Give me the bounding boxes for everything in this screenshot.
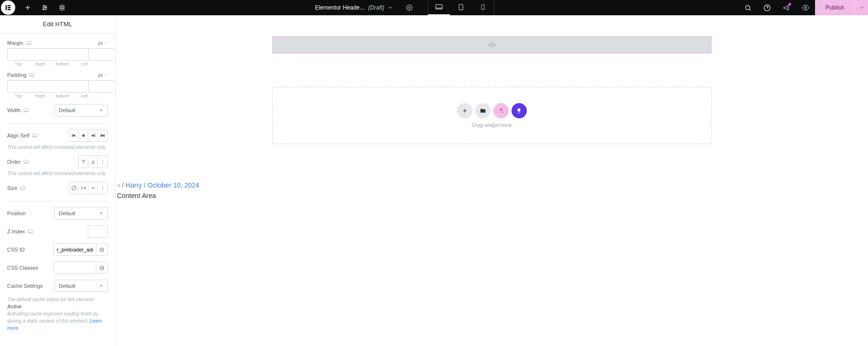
tablet-device-button[interactable] [450, 0, 472, 15]
padding-label: Padding [7, 72, 26, 78]
align-center-button[interactable] [79, 130, 88, 141]
post-date-link[interactable]: October 10, 2024 [147, 181, 199, 189]
svg-point-9 [45, 7, 46, 8]
padding-unit-select[interactable]: px [98, 73, 108, 78]
svg-point-59 [102, 186, 103, 187]
cache-settings-label: Cache Settings [7, 283, 43, 289]
padding-top-input[interactable] [7, 80, 88, 93]
align-self-label: Align Self [7, 133, 29, 138]
size-more-button[interactable] [98, 182, 107, 194]
size-shrink-button[interactable] [88, 182, 98, 194]
svg-rect-1 [8, 5, 10, 6]
size-none-button[interactable] [69, 182, 79, 194]
help-button[interactable] [758, 0, 777, 15]
svg-rect-63 [28, 230, 32, 232]
document-settings-button[interactable] [401, 0, 418, 15]
svg-point-19 [746, 5, 750, 10]
align-stretch-button[interactable] [98, 130, 107, 141]
svg-point-23 [805, 7, 806, 9]
svg-rect-34 [73, 135, 75, 136]
publish-button[interactable]: Publish [815, 0, 855, 15]
position-select[interactable]: Default [54, 207, 108, 220]
css-id-dynamic-button[interactable] [96, 243, 108, 256]
order-more-button[interactable] [98, 156, 107, 168]
desktop-device-button[interactable] [428, 0, 450, 15]
finder-button[interactable] [739, 0, 758, 15]
width-select[interactable]: Default [54, 104, 108, 116]
svg-rect-41 [101, 135, 104, 136]
document-title: Elementor Heade… [315, 4, 365, 11]
responsive-icon[interactable] [29, 73, 34, 78]
margin-top-input[interactable] [7, 48, 88, 61]
svg-point-65 [100, 248, 104, 249]
order-hint: This control will affect contained eleme… [7, 171, 108, 176]
site-settings-button[interactable] [36, 0, 53, 15]
responsive-icon[interactable] [28, 229, 33, 234]
svg-point-61 [102, 189, 103, 190]
zindex-label: Z-Index [7, 229, 25, 234]
svg-marker-30 [100, 110, 103, 111]
elementor-logo[interactable] [1, 0, 15, 15]
svg-rect-3 [8, 9, 10, 10]
add-widget-button[interactable] [457, 103, 472, 118]
document-status: (Draft) [368, 4, 385, 11]
publish-options-button[interactable] [855, 0, 868, 15]
ai-generate-button[interactable] [512, 103, 527, 118]
preview-button[interactable] [796, 0, 815, 15]
position-label: Position [7, 210, 26, 216]
mobile-device-button[interactable] [472, 0, 494, 15]
svg-line-54 [72, 187, 75, 190]
margin-label: Margin [7, 40, 23, 46]
html-widget-placeholder[interactable] [272, 36, 711, 53]
svg-point-12 [408, 7, 410, 9]
chevron-down-icon[interactable] [387, 5, 393, 10]
svg-point-60 [102, 188, 103, 189]
svg-rect-42 [24, 160, 28, 163]
svg-rect-24 [27, 41, 31, 44]
notification-dot-icon [788, 3, 791, 6]
responsive-icon[interactable] [32, 133, 37, 138]
svg-rect-28 [24, 108, 28, 111]
order-start-button[interactable] [79, 156, 88, 168]
responsive-icon[interactable] [23, 159, 29, 165]
css-id-input[interactable] [53, 243, 96, 256]
responsive-icon[interactable] [20, 186, 25, 191]
order-end-button[interactable] [88, 156, 98, 168]
drop-zone[interactable]: Drag widget here [272, 87, 711, 144]
align-start-button[interactable] [69, 130, 79, 141]
svg-point-50 [102, 163, 103, 164]
svg-rect-13 [436, 5, 442, 9]
align-end-button[interactable] [88, 130, 98, 141]
whats-new-button[interactable] [777, 0, 796, 15]
svg-rect-2 [8, 7, 10, 8]
responsive-icon[interactable] [23, 108, 29, 113]
css-classes-dynamic-button[interactable] [96, 262, 108, 274]
structure-button[interactable] [53, 0, 71, 15]
content-area-label: Content Area [117, 192, 156, 199]
svg-point-48 [102, 160, 103, 161]
svg-rect-26 [30, 73, 34, 76]
css-classes-input[interactable] [53, 262, 96, 274]
cache-settings-select[interactable]: Default [54, 280, 108, 292]
post-author-link[interactable]: Harry [125, 181, 142, 189]
size-grow-button[interactable] [79, 182, 88, 194]
svg-point-71 [518, 112, 519, 113]
svg-rect-31 [32, 134, 37, 136]
drop-zone-label: Drag widget here [472, 122, 512, 128]
svg-rect-36 [82, 135, 84, 136]
css-id-label: CSS ID [7, 247, 25, 252]
responsive-icon[interactable] [26, 41, 31, 46]
margin-right-input[interactable] [88, 48, 115, 61]
svg-point-73 [520, 112, 521, 113]
order-label: Order [7, 159, 21, 165]
zindex-input[interactable] [88, 225, 108, 238]
padding-right-input[interactable] [88, 80, 115, 93]
width-label: Width [7, 107, 21, 113]
svg-rect-38 [92, 135, 94, 136]
svg-point-72 [519, 113, 520, 114]
add-element-button[interactable] [19, 0, 36, 15]
margin-unit-select[interactable]: px [98, 41, 108, 46]
ai-layout-button[interactable] [493, 103, 509, 118]
svg-marker-62 [100, 213, 103, 214]
add-template-button[interactable] [475, 103, 491, 118]
